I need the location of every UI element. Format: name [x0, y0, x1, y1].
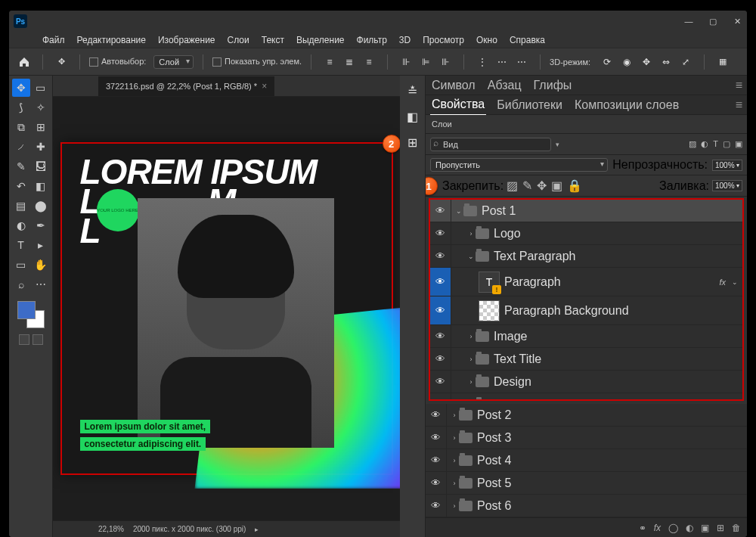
visibility-toggle[interactable]: 👁	[430, 200, 451, 222]
blend-mode-dropdown[interactable]: Пропустить	[430, 158, 608, 172]
disclosure-icon[interactable]: ⌄	[466, 253, 476, 260]
tab-character[interactable]: Символ	[430, 76, 477, 95]
layer-row[interactable]: 👁›Post 5	[426, 472, 747, 495]
disclosure-icon[interactable]: ›	[466, 401, 476, 402]
tab-properties[interactable]: Свойства	[430, 95, 486, 116]
layers-list[interactable]: 👁⌄Post 1👁›Logo👁⌄Text Paragraph👁T!Paragra…	[429, 198, 744, 401]
tab-libraries[interactable]: Библиотеки	[495, 95, 564, 115]
disclosure-icon[interactable]: ›	[466, 378, 476, 386]
edit-toolbar[interactable]: ⋯	[32, 275, 50, 293]
swatches-icon[interactable]: ⊞	[404, 133, 422, 151]
tab-layer-comps[interactable]: Композиции слоев	[573, 95, 680, 115]
minimize-button[interactable]: —	[683, 17, 694, 26]
zoom-tool[interactable]: ⌕	[12, 275, 30, 293]
filter-pixel-icon[interactable]: ▨	[689, 139, 696, 149]
layer-row[interactable]: 👁›Design	[430, 371, 742, 393]
lock-pixels-icon[interactable]: ✎	[522, 178, 532, 193]
healing-tool[interactable]: ✚	[32, 138, 50, 156]
hand-tool[interactable]: ✋	[32, 256, 50, 274]
tab-glyphs[interactable]: Глифы	[532, 76, 574, 95]
disclosure-icon[interactable]: ⌄	[454, 207, 463, 215]
filter-smart-icon[interactable]: ▣	[735, 139, 742, 149]
lock-all-icon[interactable]: 🔒	[567, 178, 582, 193]
layer-row[interactable]: 👁›Post 2	[426, 404, 747, 427]
pen-tool[interactable]: ✒	[32, 216, 50, 234]
menu-3d[interactable]: 3D	[399, 35, 411, 45]
distribute-icon[interactable]: ⋯	[493, 53, 511, 71]
layer-row[interactable]: 👁›Post 6	[426, 495, 747, 517]
visibility-toggle[interactable]: 👁	[430, 296, 451, 324]
disclosure-icon[interactable]: ›	[450, 434, 459, 442]
layer-row[interactable]: 👁›Image	[430, 325, 742, 348]
menu-layers[interactable]: Слои	[228, 35, 249, 45]
eyedropper-tool[interactable]: ⟋	[12, 138, 30, 156]
panel-menu-icon[interactable]: ≡	[736, 98, 742, 112]
lock-transparency-icon[interactable]: ▨	[507, 178, 518, 193]
zoom-level[interactable]: 22,18%	[98, 525, 124, 533]
menu-text[interactable]: Текст	[262, 35, 284, 45]
chevron-down-icon[interactable]: ▾	[556, 141, 559, 148]
quick-mask-icon[interactable]	[19, 334, 29, 345]
lock-position-icon[interactable]: ✥	[537, 178, 547, 193]
link-layers-icon[interactable]: ⚭	[639, 523, 646, 533]
arrange-icon[interactable]: ▦	[714, 53, 732, 71]
layer-row[interactable]: 👁›Logo	[430, 222, 742, 245]
layer-row[interactable]: 👁⌄Post 1	[430, 200, 742, 222]
crop-tool[interactable]: ⧉	[12, 118, 30, 136]
visibility-toggle[interactable]: 👁	[430, 268, 451, 296]
document-tab[interactable]: 3722116.psd @ 22,2% (Post 1, RGB/8) * ×	[98, 76, 274, 96]
menu-window[interactable]: Окно	[476, 35, 497, 45]
visibility-toggle[interactable]: 👁	[430, 393, 451, 401]
fill-field[interactable]: 100%▾	[712, 180, 742, 191]
3d-roll-icon[interactable]: ◉	[618, 53, 636, 71]
lock-artboard-icon[interactable]: ▣	[551, 178, 562, 193]
visibility-toggle[interactable]: 👁	[430, 371, 451, 393]
3d-orbit-icon[interactable]: ⟳	[598, 53, 616, 71]
3d-zoom-icon[interactable]: ⤢	[677, 53, 695, 71]
visibility-toggle[interactable]: 👁	[426, 404, 447, 426]
layers-search-input[interactable]	[430, 138, 551, 151]
menu-select[interactable]: Выделение	[296, 35, 345, 45]
lasso-tool[interactable]: ⟆	[12, 98, 30, 116]
layer-row[interactable]: 👁›Post 3	[426, 427, 747, 449]
color-swatches[interactable]	[17, 301, 45, 328]
screen-mode-icon[interactable]	[33, 334, 43, 345]
3d-pan-icon[interactable]: ✥	[637, 53, 655, 71]
layer-row[interactable]: 👁⌄Text Paragraph	[430, 245, 742, 268]
visibility-toggle[interactable]: 👁	[430, 222, 451, 244]
adjustment-layer-icon[interactable]: ◐	[686, 523, 693, 533]
disclosure-icon[interactable]: ›	[466, 333, 476, 340]
visibility-toggle[interactable]: 👁	[426, 472, 447, 494]
layer-mask-icon[interactable]: ◯	[668, 523, 678, 533]
layer-row[interactable]: 👁›Post 4	[426, 449, 747, 472]
dodge-tool[interactable]: ◐	[12, 216, 30, 234]
visibility-toggle[interactable]: 👁	[430, 325, 451, 347]
align-icon[interactable]: ≡	[321, 53, 339, 71]
autoselect-dropdown[interactable]: Слой	[153, 55, 194, 69]
visibility-toggle[interactable]: 👁	[430, 245, 451, 267]
autoselect-checkbox[interactable]: Автовыбор:	[89, 57, 146, 67]
new-layer-icon[interactable]: ⊞	[717, 523, 724, 533]
disclosure-icon[interactable]: ›	[466, 355, 476, 363]
move-tool[interactable]: ✥	[12, 79, 30, 97]
tab-paragraph[interactable]: Абзац	[486, 76, 523, 95]
align-icon[interactable]: ≡	[360, 53, 378, 71]
menu-file[interactable]: Файл	[42, 35, 65, 45]
disclosure-icon[interactable]: ›	[466, 230, 476, 237]
frame-tool[interactable]: ⊞	[32, 118, 50, 136]
filter-type-icon[interactable]: T	[713, 139, 718, 149]
fx-disclosure-icon[interactable]: ⌄	[732, 278, 738, 286]
filter-adjust-icon[interactable]: ◐	[701, 139, 708, 149]
distribute-icon[interactable]: ⋮	[473, 53, 491, 71]
canvas-holder[interactable]: 2 LOREM IPSUM L............M L..........…	[53, 97, 400, 520]
delete-layer-icon[interactable]: 🗑	[732, 523, 741, 533]
disclosure-icon[interactable]: ›	[450, 411, 459, 419]
align-icon[interactable]: ≣	[340, 53, 358, 71]
visibility-toggle[interactable]: 👁	[426, 449, 447, 471]
3d-slide-icon[interactable]: ⇔	[657, 53, 675, 71]
new-group-icon[interactable]: ▣	[701, 523, 709, 533]
visibility-toggle[interactable]: 👁	[426, 427, 447, 449]
shape-tool[interactable]: ▭	[12, 256, 30, 274]
menu-filter[interactable]: Фильтр	[357, 35, 387, 45]
adjustments-icon[interactable]: ≛	[404, 82, 422, 100]
